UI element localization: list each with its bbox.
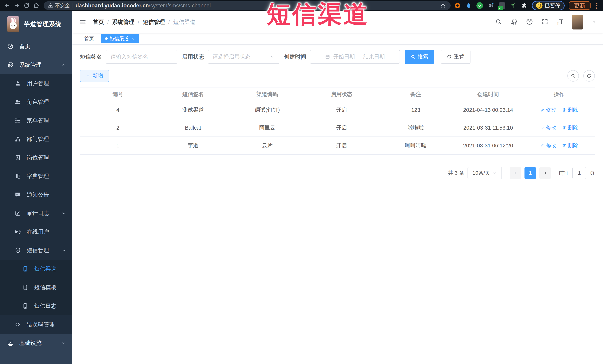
github-link-button[interactable] <box>510 18 517 26</box>
sidebar-item-system-mgmt[interactable]: 系统管理 <box>0 56 72 74</box>
reload-button[interactable] <box>22 1 31 10</box>
sidebar-item-dict-mgmt[interactable]: 字典管理 <box>0 167 72 186</box>
edit-link[interactable]: 修改 <box>540 106 557 113</box>
page-size-select[interactable]: 10条/页 <box>467 167 502 179</box>
font-size-button[interactable]: TT <box>557 19 563 25</box>
breadcrumb-separator: / <box>138 19 139 25</box>
github-icon <box>510 18 517 25</box>
extension-on-badge-button[interactable]: on <box>499 2 506 9</box>
people-icon <box>488 2 494 9</box>
page-number-button[interactable]: 1 <box>524 167 536 179</box>
breadcrumb-item[interactable]: 系统管理 <box>112 18 134 26</box>
sidebar-item-sms-mgmt[interactable]: 短信管理 <box>0 241 72 260</box>
url-domain: dashboard.yudao.iocoder.cn <box>76 3 149 9</box>
pagination-total: 共 3 条 <box>448 169 464 176</box>
chevron-up-icon <box>62 63 66 67</box>
sign-input[interactable] <box>111 54 173 60</box>
delete-link[interactable]: 删除 <box>562 106 578 113</box>
cell-id: 1 <box>80 143 156 149</box>
screen: 不安全 dashboard.yudao.iocoder.cn/system/sm… <box>0 0 603 364</box>
sidebar-item-label: 字典管理 <box>27 172 49 180</box>
sidebar-item-sms-log[interactable]: 短信日志 <box>0 297 72 315</box>
sidebar-item-label: 角色管理 <box>27 98 49 106</box>
avatar[interactable] <box>572 15 583 30</box>
browser-update-button[interactable]: 更新 <box>569 1 591 10</box>
header-search-button[interactable] <box>495 18 502 26</box>
add-button[interactable]: 新增 <box>80 70 109 82</box>
search-button[interactable]: 搜索 <box>405 50 434 64</box>
goto-page-input[interactable] <box>572 167 586 179</box>
breadcrumb-item[interactable]: 短信管理 <box>143 18 165 26</box>
forward-button[interactable] <box>13 1 21 10</box>
sidebar-item-online-users[interactable]: 在线用户 <box>0 222 72 241</box>
donut-icon <box>455 3 460 8</box>
sidebar-toggle-button[interactable] <box>79 18 86 26</box>
prev-page-button[interactable] <box>510 167 521 179</box>
extensions-menu-button[interactable] <box>521 2 528 9</box>
paused-extension-button[interactable]: 已暂停 <box>532 1 565 10</box>
sidebar-item-role-mgmt[interactable]: 角色管理 <box>0 93 72 111</box>
sidebar-item-sms-channel[interactable]: 短信渠道 <box>0 260 72 278</box>
sidebar-item-notice[interactable]: 通知公告 <box>0 186 72 204</box>
sidebar-item-label: 首页 <box>19 43 30 50</box>
back-button[interactable] <box>3 1 12 10</box>
paused-label: 已暂停 <box>545 2 560 9</box>
kebab-dot <box>596 5 597 6</box>
extension-plant-button[interactable] <box>510 2 517 9</box>
cell-actions: 修改 删除 <box>523 124 595 131</box>
sidebar-item-error-code[interactable]: 错误码管理 <box>0 315 72 334</box>
site-security: 不安全 <box>48 2 70 9</box>
on-badge-icon: on <box>499 2 505 9</box>
sidebar-item-infrastructure[interactable]: 基础设施 <box>0 334 72 352</box>
chevron-up-icon <box>62 248 66 253</box>
browser-menu-button[interactable] <box>595 3 599 9</box>
date-range-picker[interactable]: 开始日期 - 结束日期 <box>310 50 400 64</box>
cell-created: 2021-03-31 11:53:10 <box>453 125 523 131</box>
font-size-icon: T <box>557 21 559 25</box>
sidebar-item-label: 部门管理 <box>27 135 49 143</box>
edit-link[interactable]: 修改 <box>540 142 557 149</box>
drop-pin-icon <box>466 2 471 9</box>
extension-people-button[interactable] <box>487 2 494 9</box>
refresh-table-button[interactable] <box>583 70 595 82</box>
extension-pin-button[interactable] <box>465 2 472 9</box>
cell-status: 开启 <box>304 142 379 149</box>
extension-donut-button[interactable] <box>454 2 461 9</box>
sidebar-item-post-mgmt[interactable]: 岗位管理 <box>0 148 72 167</box>
next-page-button[interactable] <box>539 167 551 179</box>
bookmark-star-button[interactable] <box>440 2 447 9</box>
search-icon <box>411 54 415 59</box>
sidebar-item-sms-template[interactable]: 短信模板 <box>0 278 72 297</box>
delete-link[interactable]: 删除 <box>562 124 578 131</box>
close-tab-button[interactable] <box>131 37 135 40</box>
table-header-row: 编号 短信签名 渠道编码 启用状态 备注 创建时间 操作 <box>80 88 595 101</box>
help-button[interactable] <box>526 18 533 26</box>
sidebar-item-menu-mgmt[interactable]: 菜单管理 <box>0 111 72 130</box>
sidebar-item-audit-log[interactable]: 审计日志 <box>0 204 72 222</box>
edit-link[interactable]: 修改 <box>540 124 557 131</box>
address-bar[interactable]: 不安全 dashboard.yudao.iocoder.cn/system/sm… <box>44 1 451 10</box>
sidebar-item-dept-mgmt[interactable]: 部门管理 <box>0 130 72 148</box>
tab-sms-channel[interactable]: 短信渠道 <box>101 34 139 43</box>
tab-label: 短信渠道 <box>109 35 129 42</box>
status-select[interactable]: 请选择启用状态 <box>208 50 279 64</box>
delete-link[interactable]: 删除 <box>562 142 578 149</box>
tab-home[interactable]: 首页 <box>80 34 98 43</box>
home-button[interactable] <box>32 1 40 10</box>
puzzle-icon <box>521 3 527 9</box>
breadcrumb-item[interactable]: 首页 <box>93 18 104 26</box>
breadcrumb-separator: / <box>168 19 170 25</box>
sidebar-item-user-mgmt[interactable]: 用户管理 <box>0 74 72 93</box>
sidebar-item-home[interactable]: 首页 <box>0 37 72 56</box>
avatar-menu-button[interactable] <box>592 20 596 24</box>
status-select-placeholder: 请选择启用状态 <box>213 53 250 60</box>
reset-button[interactable]: 重置 <box>441 50 471 64</box>
cell-status: 开启 <box>304 106 379 114</box>
green-check-icon <box>476 2 483 9</box>
sidebar-logo[interactable]: 芋道管理系统 <box>0 11 72 37</box>
fullscreen-button[interactable] <box>542 18 548 26</box>
cell-remark: 123 <box>379 107 453 113</box>
extension-check-button[interactable] <box>476 2 483 9</box>
time-label: 创建时间 <box>284 53 306 61</box>
toggle-search-button[interactable] <box>567 70 579 82</box>
